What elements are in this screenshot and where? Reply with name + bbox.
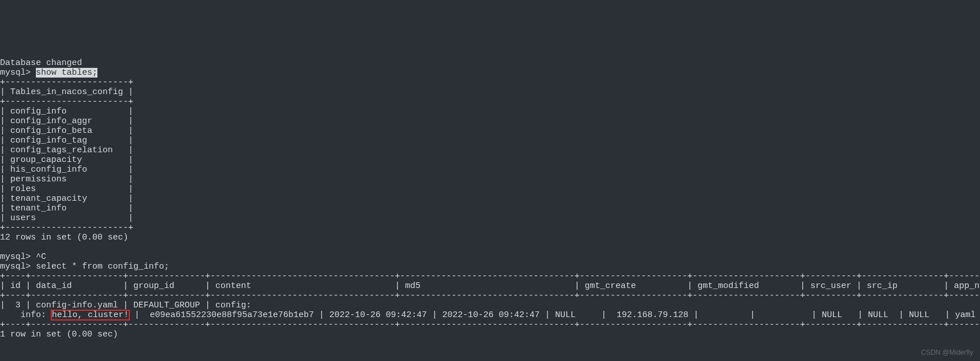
terminal-output: Database changed mysql> show tables; +--… <box>0 48 980 339</box>
command-show-tables: show tables; <box>36 68 97 78</box>
table-row: | config_info_aggr | <box>0 116 133 126</box>
table-row: | roles | <box>0 184 133 194</box>
select-row-post: | e09ea61552230e88f95a73e1e76b1eb7 | 202… <box>129 310 980 320</box>
table-row: | tenant_info | <box>0 204 133 213</box>
ctrl-c-line: mysql> ^C <box>0 252 46 262</box>
select-rule-bot: +----+------------------+---------------… <box>0 320 980 330</box>
select-header: | id | data_id | group_id | content | md… <box>0 281 980 291</box>
prompt: mysql> <box>0 68 36 78</box>
table-header: | Tables_in_nacos_config | <box>0 87 133 97</box>
table-row: | permissions | <box>0 175 133 184</box>
table-row: | config_info_tag | <box>0 136 133 145</box>
table-row: | config_info_beta | <box>0 126 133 136</box>
table-row: | tenant_capacity | <box>0 194 133 204</box>
table-row: | group_capacity | <box>0 155 133 165</box>
table-row: | his_config_info | <box>0 165 133 175</box>
select-rule-top: +----+------------------+---------------… <box>0 271 980 281</box>
watermark: CSDN @Miderfly <box>921 348 973 358</box>
highlighted-value: hello, cluster! <box>51 310 129 320</box>
status-line: Database changed <box>0 58 82 68</box>
rule-bot: +------------------------+ <box>0 223 133 233</box>
table-row: | users | <box>0 213 133 223</box>
table-row: | config_tags_relation | <box>0 145 133 155</box>
rule-mid: +------------------------+ <box>0 97 133 107</box>
select-summary: 1 row in set (0.00 sec) <box>0 330 118 339</box>
command-select: mysql> select * from config_info; <box>0 262 169 271</box>
table-row: | config_info | <box>0 107 133 116</box>
rule-top: +------------------------+ <box>0 78 133 87</box>
show-tables-summary: 12 rows in set (0.00 sec) <box>0 233 128 242</box>
select-rule-mid: +----+------------------+---------------… <box>0 291 980 301</box>
